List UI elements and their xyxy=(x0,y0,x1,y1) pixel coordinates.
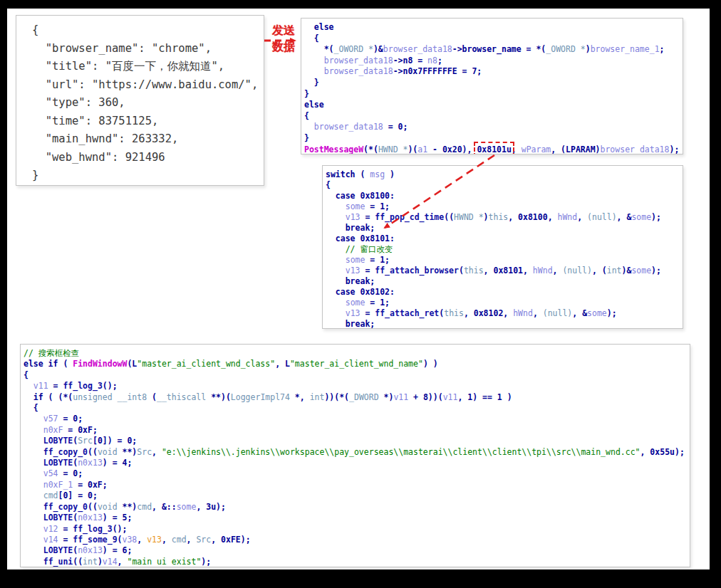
white-canvas: { "browser_name": "chrome", "title": "百度… xyxy=(7,9,710,569)
code-panel-findwindow-check: // 搜索框检查else if ( FindWindowW(L"master_a… xyxy=(20,344,690,567)
reverse-engineering-notes: { "browser_name": "chrome", "title": "百度… xyxy=(0,0,721,588)
send-data-annotation: 发送 数据 xyxy=(266,22,301,55)
code-panel-message-switch: switch ( msg ){ case 0x8100: some = 1; v… xyxy=(322,165,683,329)
send-data-label-line1: 发送 xyxy=(266,22,301,38)
send-data-label-line2: 数据 xyxy=(266,38,301,55)
json-message-panel: { "browser_name": "chrome", "title": "百度… xyxy=(16,15,264,186)
code-panel-postmessage: else { *(_OWORD *)&browser_data18->brows… xyxy=(301,18,683,154)
